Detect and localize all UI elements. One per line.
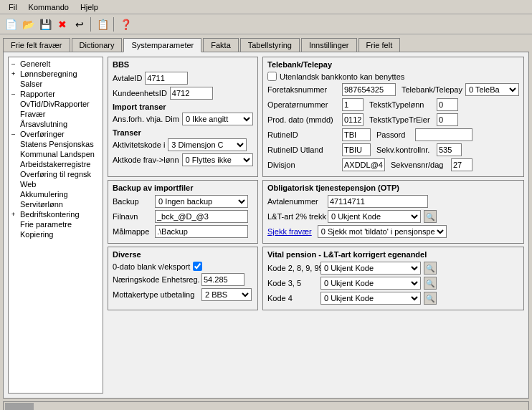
filnavn-label: Filnavn xyxy=(113,212,152,221)
rutine-utland-input[interactable] xyxy=(342,143,371,156)
save-button[interactable]: 💾 xyxy=(37,16,53,32)
menu-kommando[interactable]: Kommando xyxy=(23,1,75,13)
kode-4-label: Kode 4 xyxy=(267,294,318,302)
naerings-input[interactable] xyxy=(201,273,244,286)
sekv-label: Sekv.kontrollnr. xyxy=(376,146,434,154)
tekstk-eier-input[interactable] xyxy=(437,113,458,126)
mottaker-select[interactable]: 2 BBS xyxy=(201,288,252,301)
tree-akkumulering[interactable]: Akkumulering xyxy=(10,189,101,199)
sekvensnr-input[interactable] xyxy=(451,158,472,171)
kode-4-select[interactable]: 0 Ukjent Kode xyxy=(320,292,421,305)
tree-label: Frie parametre xyxy=(20,220,72,229)
tab-innstillinger[interactable]: Innstillinger xyxy=(301,38,357,52)
operator-input[interactable] xyxy=(342,98,364,111)
tree-arsavslutning[interactable]: Årsavslutning xyxy=(10,119,101,129)
main-content: –Generelt +Lønnsberegning Salser –Rappor… xyxy=(3,52,529,399)
otp-title: Obligatorisk tjenestepensjon (OTP) xyxy=(267,183,519,192)
kunde-input[interactable] xyxy=(170,87,213,100)
sjekk-select[interactable]: 0 Sjekk mot 'tildato' i pensjonsperic xyxy=(318,225,447,238)
avtale-input[interactable] xyxy=(145,72,188,85)
kunde-row: KundeenhetsID xyxy=(113,87,253,100)
mid-sections: Backup av importfiler Backup 0 Ingen bac… xyxy=(108,180,524,244)
tree-ovtid[interactable]: OvTid/DivRapporter xyxy=(19,99,101,109)
tree-label: Fravær xyxy=(20,110,45,118)
avtalenummer-input[interactable] xyxy=(328,195,428,208)
tree-bedriftskontering[interactable]: +Bedriftskontering xyxy=(10,209,101,219)
dato-checkbox[interactable] xyxy=(193,262,202,271)
foretaks-input[interactable] xyxy=(342,83,396,96)
utenlandsk-row: Utenlandsk bankkonto kan benyttes xyxy=(267,72,519,81)
tree-servitorlonn[interactable]: Servitørlønn xyxy=(10,199,101,209)
aktkode-select[interactable]: 0 Flyttes ikke xyxy=(182,153,253,166)
filnavn-input[interactable] xyxy=(155,210,248,223)
tree-lonnsberegning[interactable]: +Lønnsberegning xyxy=(10,69,101,79)
scroll-thumb[interactable] xyxy=(5,403,34,410)
tree-kopiering[interactable]: Kopiering xyxy=(10,229,101,239)
rutine-utland-label: RutineID Utland xyxy=(267,146,339,154)
menu-hjelp[interactable]: Hjelp xyxy=(75,1,104,13)
tree-label: Rapporter xyxy=(20,90,55,98)
new-button[interactable]: 📄 xyxy=(3,16,19,32)
import-title: Import transer xyxy=(113,102,253,111)
telebank-select[interactable]: 0 TeleBa xyxy=(465,83,519,96)
kode-35-search-button[interactable]: 🔍 xyxy=(424,277,437,290)
tree-overfoeringer[interactable]: –Overføringer xyxy=(10,129,101,139)
expander xyxy=(11,110,19,118)
undo-button[interactable]: ↩ xyxy=(72,16,87,32)
blank-button[interactable]: 📋 xyxy=(95,16,110,32)
tree-fravaer[interactable]: Fravær xyxy=(10,109,101,119)
tree-generelt[interactable]: –Generelt xyxy=(10,59,101,69)
menu-fil[interactable]: Fil xyxy=(3,1,23,13)
horizontal-scrollbar[interactable] xyxy=(3,401,529,410)
tab-frie-felt-fravaer[interactable]: Frie felt fravær xyxy=(3,38,70,52)
tekstk-lonn-input[interactable] xyxy=(437,98,458,111)
utenlandsk-checkbox[interactable] xyxy=(267,72,277,81)
kode-4-row: Kode 4 0 Ukjent Kode 🔍 xyxy=(267,292,519,305)
prod-dato-label: Prod. dato (mmdd) xyxy=(267,115,339,124)
tree-arbeidstaker[interactable]: Arbeidstakerregistre xyxy=(19,159,101,169)
malmappe-row: Målmappe xyxy=(113,225,253,238)
tab-frie-felt[interactable]: Frie felt xyxy=(358,38,401,52)
ans-row: Ans.forh. vhja. Dim 0 Ikke angitt xyxy=(113,113,253,125)
lart-select[interactable]: 0 Ukjent Kode xyxy=(328,210,421,223)
expander: + xyxy=(11,70,19,77)
prod-dato-input[interactable] xyxy=(342,113,364,126)
tab-fakta[interactable]: Fakta xyxy=(203,38,239,52)
divisjon-input[interactable] xyxy=(342,158,385,171)
tree-kommunal[interactable]: Kommunal Landspen xyxy=(19,149,101,159)
kode-289-select[interactable]: 0 Ukjent Kode xyxy=(320,262,421,275)
toolbar-separator2 xyxy=(113,17,115,32)
tree-statens[interactable]: Statens Pensjonskas xyxy=(19,139,101,149)
tree-salser[interactable]: Salser xyxy=(10,79,101,89)
backup-section: Backup av importfiler Backup 0 Ingen bac… xyxy=(108,180,258,244)
expander: – xyxy=(11,130,19,138)
backup-select[interactable]: 0 Ingen backup xyxy=(155,195,248,208)
tree-panel: –Generelt +Lønnsberegning Salser –Rappor… xyxy=(8,57,103,394)
lart-search-button[interactable]: 🔍 xyxy=(424,210,437,223)
delete-button[interactable]: ✖ xyxy=(54,16,70,32)
kode-35-select[interactable]: 0 Ukjent Kode xyxy=(320,277,421,290)
kode-289-search-button[interactable]: 🔍 xyxy=(424,262,437,275)
tree-rapporter[interactable]: –Rapporter xyxy=(10,89,101,99)
passord-input[interactable] xyxy=(415,128,472,141)
tab-tabellstyring[interactable]: Tabellstyring xyxy=(240,38,300,52)
tree-label: Kopiering xyxy=(20,230,53,239)
tree-frie-parametre[interactable]: Frie parametre xyxy=(10,219,101,229)
ans-select[interactable]: 0 Ikke angitt xyxy=(182,113,253,125)
aktivitet-select[interactable]: 3 Dimensjon C xyxy=(168,138,247,151)
expander xyxy=(11,120,19,128)
bottom-sections: Diverse 0-dato blank v/eksport Næringsko… xyxy=(108,247,524,310)
rutine-input[interactable] xyxy=(342,128,371,141)
sjekk-link[interactable]: Sjekk fravær xyxy=(267,227,312,236)
tab-systemparameter[interactable]: Systemparameter xyxy=(123,38,201,52)
telebank-section: Telebank/Telepay Utenlandsk bankkonto ka… xyxy=(262,57,524,177)
sekv-input[interactable] xyxy=(437,143,462,156)
tree-overforing-regnsk[interactable]: Overføring til regnsk xyxy=(19,169,101,179)
tab-dictionary[interactable]: Dictionary xyxy=(72,38,123,52)
malmappe-input[interactable] xyxy=(155,225,248,238)
top-sections: BBS AvtaleID KundeenhetsID Import transe… xyxy=(108,57,524,177)
open-button[interactable]: 📂 xyxy=(20,16,36,32)
help-button[interactable]: ❓ xyxy=(118,16,133,32)
tree-web[interactable]: Web xyxy=(10,179,101,189)
kode-4-search-button[interactable]: 🔍 xyxy=(424,292,437,305)
